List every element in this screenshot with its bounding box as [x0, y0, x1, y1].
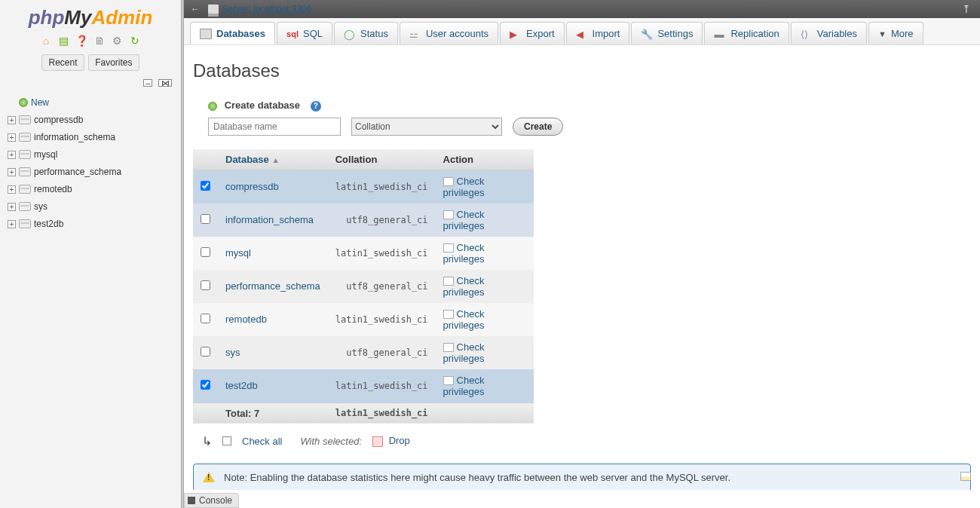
- page-settings-icon[interactable]: [960, 472, 971, 481]
- tab-icon: 🔧: [641, 29, 653, 39]
- tree-db-label: compressdb: [34, 115, 83, 125]
- db-link[interactable]: performance_schema: [225, 280, 320, 292]
- logout-icon[interactable]: ▤: [58, 35, 70, 47]
- col-collation[interactable]: Collation: [328, 149, 436, 170]
- tree-db-item[interactable]: +sys: [6, 198, 181, 216]
- tree-db-item[interactable]: +remotedb: [6, 181, 181, 198]
- row-checkbox[interactable]: [201, 280, 210, 290]
- db-name-input[interactable]: [208, 118, 341, 136]
- favorites-tab[interactable]: Favorites: [88, 54, 139, 71]
- tree-db-item[interactable]: +mysql: [6, 146, 181, 164]
- privileges-icon: [443, 210, 454, 219]
- row-checkbox[interactable]: [201, 380, 210, 390]
- row-checkbox[interactable]: [201, 347, 210, 357]
- create-database-section: Create database ? Collation Create: [193, 99, 971, 136]
- db-icon: [19, 115, 31, 124]
- tree-db-item[interactable]: +information_schema: [6, 129, 181, 146]
- top-tabs: DatabasessqlSQL◯Status⚍User accounts▶Exp…: [184, 18, 980, 45]
- tab-icon: ▬: [714, 29, 726, 39]
- privileges-icon: [443, 243, 454, 252]
- expand-icon[interactable]: +: [8, 168, 16, 176]
- recent-tab[interactable]: Recent: [41, 54, 84, 71]
- table-row: performance_schemautf8_general_ciCheck p…: [193, 270, 534, 303]
- privileges-icon: [443, 277, 454, 286]
- expand-icon[interactable]: +: [8, 185, 16, 194]
- tab-user-accounts[interactable]: ⚍User accounts: [400, 22, 498, 44]
- link-icon[interactable]: ⋈: [158, 79, 172, 87]
- tab-icon: ▶: [510, 29, 522, 39]
- collation-select[interactable]: Collation: [351, 118, 502, 136]
- tab-settings[interactable]: 🔧Settings: [631, 22, 703, 44]
- row-checkbox[interactable]: [201, 247, 210, 257]
- check-all-link[interactable]: Check all: [242, 436, 282, 447]
- create-db-heading: Create database: [225, 99, 300, 111]
- tab-more[interactable]: ▼More: [868, 22, 923, 44]
- tab-icon: ⟨⟩: [801, 29, 813, 39]
- home-icon[interactable]: ⌂: [40, 35, 52, 47]
- tree-db-label: mysql: [34, 149, 57, 160]
- db-icon: [19, 133, 31, 142]
- tree-new-db[interactable]: +New: [6, 94, 181, 112]
- expand-icon[interactable]: +: [8, 203, 16, 211]
- db-link[interactable]: test2db: [225, 380, 258, 391]
- page-title: Databases: [193, 60, 971, 81]
- col-database[interactable]: Database: [225, 154, 269, 165]
- db-link[interactable]: remotedb: [225, 314, 267, 325]
- help-sql-icon[interactable]: ❓: [75, 35, 87, 47]
- row-checkbox[interactable]: [201, 314, 210, 323]
- tab-sql[interactable]: sqlSQL: [277, 22, 332, 44]
- tab-replication[interactable]: ▬Replication: [704, 22, 789, 44]
- expand-icon[interactable]: +: [8, 116, 16, 124]
- create-button[interactable]: Create: [513, 118, 563, 136]
- settings-icon[interactable]: ⚙: [111, 35, 123, 47]
- db-icon: [19, 167, 31, 176]
- total-count: Total: 7: [218, 402, 328, 424]
- logo[interactable]: phpMyAdmin: [0, 0, 181, 32]
- footer-collation: latin1_swedish_ci: [328, 402, 436, 424]
- expand-icon[interactable]: +: [8, 151, 16, 159]
- console-tab[interactable]: Console: [184, 493, 239, 508]
- help-icon[interactable]: ?: [311, 101, 321, 112]
- privileges-icon: [443, 343, 454, 352]
- db-link[interactable]: sys: [225, 347, 240, 358]
- row-collation: latin1_swedish_ci: [328, 303, 436, 336]
- tab-variables[interactable]: ⟨⟩Variables: [791, 22, 867, 44]
- row-collation: latin1_swedish_ci: [328, 369, 436, 403]
- expand-icon[interactable]: +: [8, 220, 16, 228]
- table-row: compressdblatin1_swedish_ciCheck privile…: [193, 170, 534, 204]
- back-icon[interactable]: ←: [188, 4, 202, 14]
- privileges-icon: [443, 376, 454, 385]
- check-all-checkbox[interactable]: [222, 436, 231, 445]
- db-link[interactable]: information_schema: [225, 214, 314, 225]
- expand-icon[interactable]: +: [8, 133, 16, 142]
- tab-icon: sql: [286, 29, 299, 39]
- row-collation: utf8_general_ci: [328, 336, 436, 369]
- db-link[interactable]: mysql: [225, 247, 251, 259]
- row-collation: latin1_swedish_ci: [328, 170, 436, 204]
- row-checkbox[interactable]: [201, 181, 210, 191]
- row-collation: utf8_general_ci: [328, 204, 436, 237]
- tab-databases[interactable]: Databases: [190, 22, 275, 44]
- col-action: Action: [436, 149, 534, 170]
- tree-db-item[interactable]: +test2db: [6, 216, 181, 233]
- server-breadcrumb[interactable]: Server: localhost:3306: [222, 4, 311, 14]
- notice-box: Note: Enabling the database statistics h…: [193, 464, 971, 490]
- db-link[interactable]: compressdb: [225, 181, 279, 192]
- tree-db-item[interactable]: +performance_schema: [6, 164, 181, 181]
- table-row: sysutf8_general_ciCheck privileges: [193, 336, 534, 369]
- reload-icon[interactable]: ↻: [129, 35, 141, 47]
- drop-icon: [372, 436, 383, 447]
- tab-status[interactable]: ◯Status: [334, 22, 398, 44]
- row-checkbox[interactable]: [201, 214, 210, 224]
- tab-export[interactable]: ▶Export: [500, 22, 565, 44]
- db-icon: [19, 150, 31, 159]
- tree-db-item[interactable]: +compressdb: [6, 112, 181, 129]
- docs-icon[interactable]: 🗎: [93, 35, 106, 47]
- collapse-tree-icon[interactable]: –: [143, 79, 152, 87]
- collapse-topbar-icon[interactable]: ⤒: [957, 3, 975, 15]
- tab-import[interactable]: ◀Import: [566, 22, 630, 44]
- privileges-icon: [443, 177, 454, 186]
- sidebar: phpMyAdmin ⌂ ▤ ❓ 🗎 ⚙ ↻ Recent Favorites …: [0, 0, 181, 508]
- table-row: information_schemautf8_general_ciCheck p…: [193, 204, 534, 237]
- drop-link[interactable]: Drop: [389, 435, 410, 446]
